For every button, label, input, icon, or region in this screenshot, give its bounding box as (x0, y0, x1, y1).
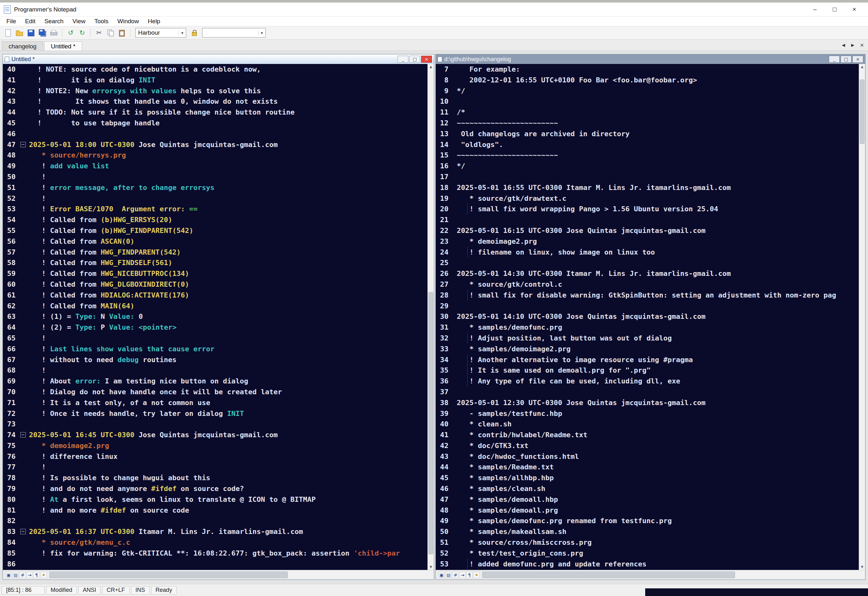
vertical-scroll-thumb[interactable] (860, 80, 865, 144)
line-numbers-icon[interactable]: # (452, 572, 459, 578)
horizontal-scrollbar[interactable] (482, 570, 865, 580)
find-combo[interactable]: ▾ (202, 28, 266, 38)
child-close-button[interactable]: × (421, 56, 432, 63)
scheme-star-icon[interactable]: ✦ (40, 572, 47, 578)
horizontal-scrollbar[interactable] (49, 570, 434, 580)
horizontal-scroll-thumb[interactable] (50, 571, 288, 578)
block-select-icon[interactable]: ▣ (5, 572, 12, 578)
line-number: 42 (436, 440, 452, 451)
scroll-down-icon[interactable]: ▼ (430, 564, 432, 570)
fold-collapse-icon[interactable]: − (21, 142, 26, 148)
word-wrap-icon[interactable]: ▤ (445, 572, 452, 578)
code-line-44: 44 ! TODO: Not sure if it is possible ch… (3, 107, 428, 118)
tab-scroll-right-button[interactable]: ▶ (849, 41, 857, 49)
menu-item-view[interactable]: View (68, 18, 90, 25)
redo-button[interactable]: ↻ (77, 27, 87, 38)
tab-untitled[interactable]: Untitled * (44, 41, 82, 50)
fold-margin (452, 214, 455, 225)
fold-margin (452, 225, 455, 236)
line-numbers-icon[interactable]: # (19, 572, 26, 578)
code-line-63: 63 ! (1) = Type: N Value: 0 (3, 311, 428, 322)
fold-margin[interactable]: − (19, 139, 27, 150)
horizontal-scroll-thumb[interactable] (483, 571, 735, 578)
code-text (27, 128, 428, 139)
chevron-down-icon[interactable]: ▾ (179, 31, 183, 35)
line-number: 33 (436, 344, 452, 354)
child-restore-button[interactable]: □ (841, 56, 852, 63)
menu-item-window[interactable]: Window (113, 18, 143, 25)
fold-margin (452, 526, 455, 537)
child-title-bar[interactable]: d:\github\hwgui\changelog _ □ × (436, 55, 865, 64)
maximize-button[interactable]: □ (825, 3, 844, 16)
whitespace-icon[interactable]: ¶ (466, 572, 473, 578)
chevron-down-icon[interactable]: ▾ (258, 31, 263, 35)
paste-button[interactable] (117, 27, 127, 38)
menu-item-help[interactable]: Help (143, 18, 165, 25)
new-file-button[interactable] (3, 27, 13, 38)
whitespace-icon[interactable]: ¶ (33, 572, 40, 578)
scheme-star-icon[interactable]: ✦ (473, 572, 480, 578)
fold-margin[interactable]: − (19, 429, 27, 440)
open-file-button[interactable] (14, 27, 25, 38)
code-text: ! to use tabpage handle (27, 118, 428, 128)
scroll-up-icon[interactable]: ▲ (861, 64, 864, 70)
code-text: ! It is a test only, of a not common use (27, 397, 428, 408)
menu-item-edit[interactable]: Edit (21, 18, 40, 25)
code-lines[interactable]: 7 For example:8 2002-12-01 16:55 UTC+010… (436, 64, 859, 570)
block-select-icon[interactable]: ▣ (438, 572, 445, 578)
scheme-select[interactable]: Harbour▾ (135, 28, 186, 38)
save-all-button[interactable] (37, 27, 48, 38)
code-line-23: 23 * demoimage2.prg (436, 236, 859, 247)
tab-changelog[interactable]: changelog (2, 41, 43, 50)
code-lines[interactable]: 40 ! NOTE: source code of nicebutton is … (3, 64, 428, 570)
print-button[interactable] (49, 27, 59, 38)
code-line-51: 51 * source/cross/hmisccross.prg (436, 537, 859, 548)
code-text: ~~~~~~~~~~~~~~~~~~~~~~~~ (455, 118, 859, 128)
fold-margin (19, 86, 27, 96)
save-button[interactable] (25, 27, 36, 38)
cut-button[interactable]: ✂ (94, 27, 105, 38)
undo-button[interactable]: ↺ (65, 27, 76, 38)
word-wrap-icon[interactable]: ▤ (12, 572, 19, 578)
tab-marker-icon[interactable]: ⇥ (27, 572, 33, 578)
menu-item-file[interactable]: File (2, 18, 21, 25)
close-button[interactable]: × (844, 3, 864, 16)
code-text: ! added demofunc.prg and update referenc… (455, 559, 859, 569)
title-bar[interactable]: Programmer's Notepad – □ × (0, 3, 868, 16)
line-number: 44 (436, 462, 452, 472)
scroll-up-icon[interactable]: ▲ (430, 64, 432, 70)
lock-button[interactable] (189, 27, 199, 38)
menu-item-search[interactable]: Search (40, 18, 68, 25)
editor-area[interactable]: 7 For example:8 2002-12-01 16:55 UTC+010… (436, 64, 865, 570)
fold-margin (452, 344, 455, 354)
code-line-71: 71 ! It is a test only, of a not common … (3, 397, 428, 408)
tab-marker-icon[interactable]: ⇥ (459, 572, 466, 578)
vertical-scroll-thumb[interactable] (428, 292, 433, 554)
code-text: ! filename on linux, show image on linux… (455, 247, 859, 258)
fold-margin[interactable]: − (19, 526, 27, 537)
vertical-scrollbar[interactable]: ▲ ▼ (428, 64, 434, 570)
copy-button[interactable] (105, 27, 116, 38)
fold-collapse-icon[interactable]: − (21, 432, 26, 438)
code-text: * samples/makeallsam.sh (455, 526, 859, 537)
minimize-button[interactable]: – (805, 3, 825, 16)
code-text: * source/gtk/menu_c.c (27, 537, 428, 548)
child-close-button[interactable]: × (852, 56, 863, 63)
editor-area[interactable]: 40 ! NOTE: source code of nicebutton is … (3, 64, 434, 570)
line-number: 61 (3, 290, 19, 301)
code-text (455, 171, 859, 182)
child-title-bar[interactable]: Untitled * _ □ × (3, 55, 434, 64)
child-restore-button[interactable]: □ (409, 56, 420, 63)
tab-close-button[interactable]: × (858, 41, 866, 49)
fold-margin (19, 494, 27, 505)
code-text: Old changelogs are archived in directory (455, 128, 859, 139)
tab-scroll-left-button[interactable]: ◀ (839, 41, 847, 49)
vertical-scrollbar[interactable]: ▲ ▼ (859, 64, 865, 570)
child-minimize-button[interactable]: _ (397, 56, 408, 63)
fold-collapse-icon[interactable]: − (21, 529, 26, 534)
child-minimize-button[interactable]: _ (829, 56, 840, 63)
menu-item-tools[interactable]: Tools (90, 18, 113, 25)
line-number: 69 (3, 376, 19, 387)
indent-guide (467, 354, 468, 365)
scroll-down-icon[interactable]: ▼ (861, 564, 864, 570)
